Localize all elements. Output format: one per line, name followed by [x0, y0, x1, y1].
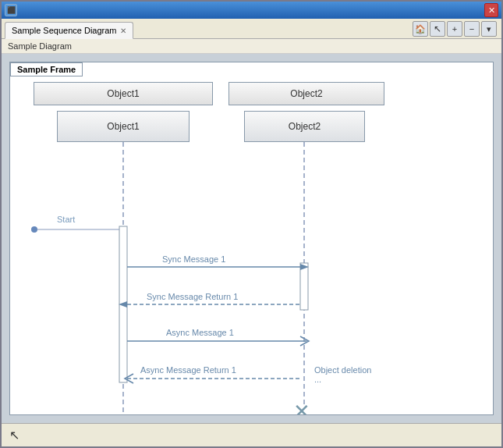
start-dot: [31, 226, 37, 233]
zoom-out-icon: −: [469, 24, 474, 34]
deletion-label: Object deletion...: [314, 365, 371, 384]
tab-bar: Sample Sequence Diagram ✕ 🏠 ↖ + − ▾: [2, 19, 501, 39]
svg-marker-6: [300, 264, 309, 270]
object1-header: Object1: [34, 82, 213, 105]
tab-label: Sample Sequence Diagram: [12, 26, 117, 35]
cursor-button[interactable]: ↖: [430, 21, 445, 37]
object1-box: Object1: [57, 111, 190, 142]
breadcrumb-text: Sample Diagram: [8, 41, 72, 51]
zoom-in-icon: +: [452, 24, 457, 34]
app-icon: ⬛: [5, 4, 17, 16]
svg-rect-3: [300, 263, 308, 310]
menu-icon: ▾: [487, 24, 491, 34]
home-icon: 🏠: [415, 24, 426, 34]
sync-return-1-label: Sync Message Return 1: [147, 292, 238, 301]
menu-button[interactable]: ▾: [481, 21, 497, 37]
async-return-1-label: Async Message Return 1: [140, 365, 236, 375]
home-button[interactable]: 🏠: [413, 21, 428, 37]
window: ⬛ ✕ Sample Sequence Diagram ✕ 🏠 ↖ + − ▾: [0, 0, 503, 448]
breadcrumb: Sample Diagram: [2, 39, 501, 54]
cursor-icon: ↖: [434, 23, 441, 34]
sync-message-1-label: Sync Message 1: [162, 254, 225, 264]
main-content: Sample Frame Object1 Object2 Object1 Obj…: [2, 54, 501, 423]
object2-box: Object2: [244, 111, 365, 142]
zoom-in-button[interactable]: +: [447, 21, 462, 37]
diagram-frame: Sample Frame Object1 Object2 Object1 Obj…: [9, 62, 494, 415]
close-button[interactable]: ✕: [484, 3, 498, 17]
tab-close-icon[interactable]: ✕: [120, 27, 126, 35]
title-bar: ⬛ ✕: [2, 2, 501, 19]
zoom-out-button[interactable]: −: [464, 21, 480, 37]
start-label: Start: [57, 215, 75, 224]
tab-sequence-diagram[interactable]: Sample Sequence Diagram ✕: [5, 22, 133, 39]
status-bar: ↖: [2, 423, 501, 446]
frame-label: Sample Frame: [10, 62, 83, 76]
deletion-x: ✕: [293, 400, 310, 415]
tab-actions: 🏠 ↖ + − ▾: [413, 21, 501, 38]
status-cursor-icon: ↖: [9, 428, 19, 443]
async-message-1-label: Async Message 1: [166, 328, 234, 337]
svg-rect-2: [119, 226, 127, 382]
object2-header: Object2: [228, 82, 384, 105]
svg-marker-8: [119, 301, 127, 308]
